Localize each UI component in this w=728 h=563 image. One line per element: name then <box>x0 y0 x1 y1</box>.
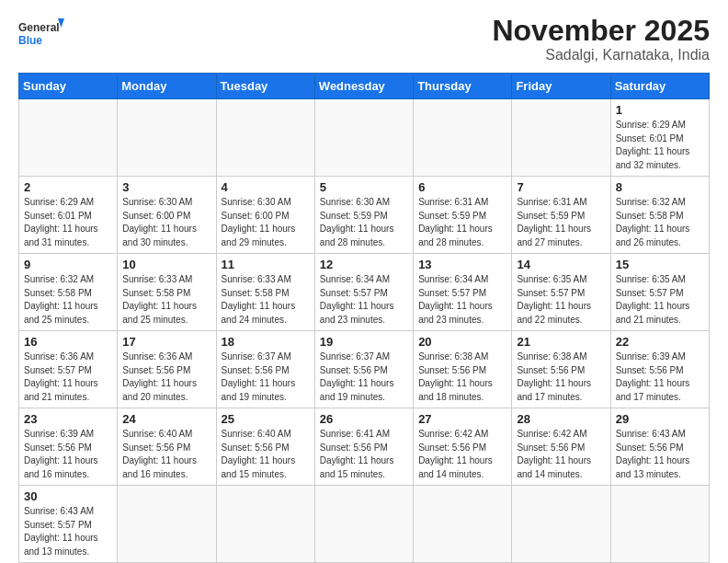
day-info: Sunrise: 6:42 AMSunset: 5:56 PMDaylight:… <box>517 428 605 481</box>
table-row: 4Sunrise: 6:30 AMSunset: 6:00 PMDaylight… <box>216 177 314 254</box>
day-number: 19 <box>320 335 408 349</box>
day-number: 9 <box>24 258 112 271</box>
day-number: 1 <box>616 103 704 117</box>
day-number: 8 <box>616 180 704 194</box>
day-number: 24 <box>122 412 210 426</box>
table-row <box>216 486 314 563</box>
logo: General Blue <box>18 15 64 52</box>
table-row: 20Sunrise: 6:38 AMSunset: 5:56 PMDayligh… <box>414 331 512 408</box>
table-row: 13Sunrise: 6:34 AMSunset: 5:57 PMDayligh… <box>414 254 512 331</box>
day-number: 17 <box>122 335 210 349</box>
table-row: 23Sunrise: 6:39 AMSunset: 5:56 PMDayligh… <box>19 408 118 486</box>
day-number: 4 <box>222 180 310 194</box>
day-number: 30 <box>24 489 112 503</box>
table-row: 14Sunrise: 6:35 AMSunset: 5:57 PMDayligh… <box>512 254 610 331</box>
header-sunday: Sunday <box>19 74 118 99</box>
calendar-title: November 2025 <box>492 15 710 47</box>
table-row: 15Sunrise: 6:35 AMSunset: 5:57 PMDayligh… <box>610 254 709 331</box>
table-row: 19Sunrise: 6:37 AMSunset: 5:56 PMDayligh… <box>314 331 413 408</box>
day-info: Sunrise: 6:36 AMSunset: 5:56 PMDaylight:… <box>122 350 210 404</box>
day-number: 23 <box>24 412 112 426</box>
calendar-week-row: 30Sunrise: 6:43 AMSunset: 5:57 PMDayligh… <box>19 486 710 563</box>
table-row: 28Sunrise: 6:42 AMSunset: 5:56 PMDayligh… <box>512 408 610 486</box>
day-info: Sunrise: 6:30 AMSunset: 6:00 PMDaylight:… <box>222 196 310 249</box>
day-number: 15 <box>616 258 704 271</box>
header-tuesday: Tuesday <box>216 74 314 99</box>
table-row: 10Sunrise: 6:33 AMSunset: 5:58 PMDayligh… <box>118 254 216 331</box>
table-row <box>19 99 118 177</box>
day-number: 6 <box>418 180 506 194</box>
day-number: 14 <box>517 258 605 271</box>
day-info: Sunrise: 6:31 AMSunset: 5:59 PMDaylight:… <box>418 196 506 249</box>
day-info: Sunrise: 6:40 AMSunset: 5:56 PMDaylight:… <box>122 428 210 481</box>
day-info: Sunrise: 6:36 AMSunset: 5:57 PMDaylight:… <box>24 350 112 404</box>
day-info: Sunrise: 6:43 AMSunset: 5:57 PMDaylight:… <box>24 505 112 558</box>
table-row <box>314 99 413 177</box>
day-number: 10 <box>122 258 210 271</box>
day-number: 22 <box>616 335 704 349</box>
title-area: November 2025 Sadalgi, Karnataka, India <box>492 15 710 63</box>
day-info: Sunrise: 6:35 AMSunset: 5:57 PMDaylight:… <box>517 273 605 327</box>
table-row <box>118 99 216 177</box>
day-number: 28 <box>517 412 605 426</box>
table-row: 27Sunrise: 6:42 AMSunset: 5:56 PMDayligh… <box>414 408 512 486</box>
day-number: 21 <box>517 335 605 349</box>
calendar-week-row: 2Sunrise: 6:29 AMSunset: 6:01 PMDaylight… <box>19 177 710 254</box>
svg-text:Blue: Blue <box>18 34 42 47</box>
table-row <box>216 99 314 177</box>
day-info: Sunrise: 6:29 AMSunset: 6:01 PMDaylight:… <box>24 196 112 249</box>
day-info: Sunrise: 6:39 AMSunset: 5:56 PMDaylight:… <box>616 350 704 404</box>
table-row: 22Sunrise: 6:39 AMSunset: 5:56 PMDayligh… <box>610 331 709 408</box>
table-row: 17Sunrise: 6:36 AMSunset: 5:56 PMDayligh… <box>118 331 216 408</box>
day-info: Sunrise: 6:39 AMSunset: 5:56 PMDaylight:… <box>24 428 112 481</box>
calendar-subtitle: Sadalgi, Karnataka, India <box>492 47 710 63</box>
day-info: Sunrise: 6:30 AMSunset: 6:00 PMDaylight:… <box>122 196 210 249</box>
calendar-table: Sunday Monday Tuesday Wednesday Thursday… <box>18 73 710 563</box>
day-number: 11 <box>222 258 310 271</box>
logo-svg: General Blue <box>18 15 64 52</box>
day-number: 18 <box>222 335 310 349</box>
table-row: 26Sunrise: 6:41 AMSunset: 5:56 PMDayligh… <box>314 408 413 486</box>
svg-text:General: General <box>18 21 60 34</box>
table-row: 6Sunrise: 6:31 AMSunset: 5:59 PMDaylight… <box>414 177 512 254</box>
day-number: 29 <box>616 412 704 426</box>
day-info: Sunrise: 6:37 AMSunset: 5:56 PMDaylight:… <box>222 350 310 404</box>
weekday-header-row: Sunday Monday Tuesday Wednesday Thursday… <box>19 74 710 99</box>
table-row: 29Sunrise: 6:43 AMSunset: 5:56 PMDayligh… <box>610 408 709 486</box>
header-wednesday: Wednesday <box>314 74 413 99</box>
day-info: Sunrise: 6:33 AMSunset: 5:58 PMDaylight:… <box>222 273 310 327</box>
day-number: 20 <box>418 335 506 349</box>
day-info: Sunrise: 6:32 AMSunset: 5:58 PMDaylight:… <box>24 273 112 327</box>
table-row: 18Sunrise: 6:37 AMSunset: 5:56 PMDayligh… <box>216 331 314 408</box>
table-row <box>512 486 610 563</box>
table-row: 25Sunrise: 6:40 AMSunset: 5:56 PMDayligh… <box>216 408 314 486</box>
table-row: 12Sunrise: 6:34 AMSunset: 5:57 PMDayligh… <box>314 254 413 331</box>
calendar-week-row: 23Sunrise: 6:39 AMSunset: 5:56 PMDayligh… <box>19 408 710 486</box>
day-number: 7 <box>517 180 605 194</box>
header-monday: Monday <box>118 74 216 99</box>
table-row: 5Sunrise: 6:30 AMSunset: 5:59 PMDaylight… <box>314 177 413 254</box>
header-friday: Friday <box>512 74 610 99</box>
day-number: 25 <box>222 412 310 426</box>
table-row: 11Sunrise: 6:33 AMSunset: 5:58 PMDayligh… <box>216 254 314 331</box>
table-row <box>118 486 216 563</box>
day-info: Sunrise: 6:34 AMSunset: 5:57 PMDaylight:… <box>320 273 408 327</box>
day-number: 13 <box>418 258 506 271</box>
day-number: 12 <box>320 258 408 271</box>
header-saturday: Saturday <box>610 74 709 99</box>
day-info: Sunrise: 6:41 AMSunset: 5:56 PMDaylight:… <box>320 428 408 481</box>
day-info: Sunrise: 6:42 AMSunset: 5:56 PMDaylight:… <box>418 428 506 481</box>
table-row <box>414 99 512 177</box>
day-info: Sunrise: 6:38 AMSunset: 5:56 PMDaylight:… <box>418 350 506 404</box>
table-row: 2Sunrise: 6:29 AMSunset: 6:01 PMDaylight… <box>19 177 118 254</box>
calendar-week-row: 1Sunrise: 6:29 AMSunset: 6:01 PMDaylight… <box>19 99 710 177</box>
day-info: Sunrise: 6:43 AMSunset: 5:56 PMDaylight:… <box>616 428 704 481</box>
day-number: 2 <box>24 180 112 194</box>
calendar-week-row: 9Sunrise: 6:32 AMSunset: 5:58 PMDaylight… <box>19 254 710 331</box>
calendar-week-row: 16Sunrise: 6:36 AMSunset: 5:57 PMDayligh… <box>19 331 710 408</box>
table-row: 21Sunrise: 6:38 AMSunset: 5:56 PMDayligh… <box>512 331 610 408</box>
table-row: 8Sunrise: 6:32 AMSunset: 5:58 PMDaylight… <box>610 177 709 254</box>
day-info: Sunrise: 6:31 AMSunset: 5:59 PMDaylight:… <box>517 196 605 249</box>
table-row: 9Sunrise: 6:32 AMSunset: 5:58 PMDaylight… <box>19 254 118 331</box>
day-info: Sunrise: 6:35 AMSunset: 5:57 PMDaylight:… <box>616 273 704 327</box>
